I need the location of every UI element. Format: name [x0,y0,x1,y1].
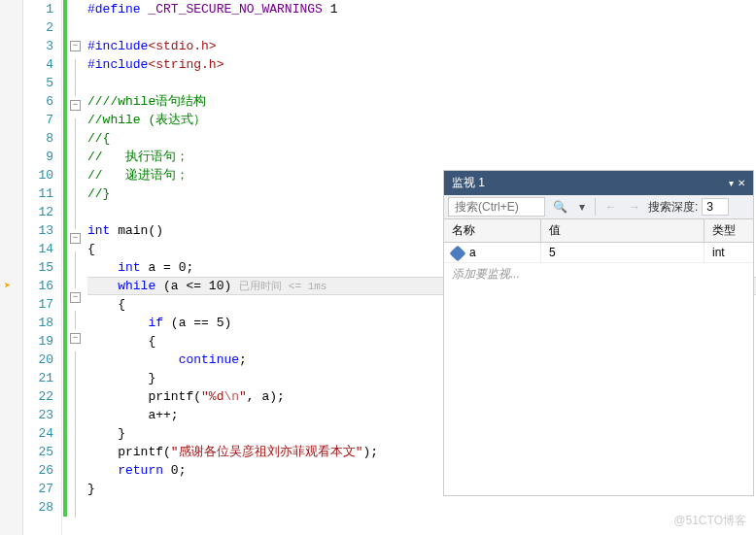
line-number: 13 [23,221,53,240]
column-header-value[interactable]: 值 [541,219,704,242]
modified-indicator [63,387,67,406]
line-number: 15 [23,258,53,277]
modified-indicator [63,166,67,184]
modified-indicator [63,0,67,18]
line-number: 12 [23,203,53,221]
modified-indicator [63,92,67,111]
modified-indicator [63,277,67,295]
watch-var-type: int [704,243,753,262]
watch-row[interactable]: a 5 int [444,243,753,263]
fold-margin: −−−−− [68,0,84,535]
watch-panel-titlebar[interactable]: 监视 1 ▾ ✕ [444,171,753,195]
line-number: 25 [23,443,53,461]
nav-back-icon[interactable]: ← [601,198,621,216]
fold-toggle-icon[interactable]: − [70,333,81,344]
variable-icon [450,245,466,261]
line-number: 20 [23,351,53,369]
fold-toggle-icon[interactable]: − [70,292,81,303]
line-number: 5 [23,74,53,92]
line-number: 10 [23,166,53,184]
line-number-gutter: 1234567891011121314151617181920212223242… [23,0,62,535]
modified-indicator [63,258,67,277]
line-number: 16 [23,277,53,295]
modified-indicator [63,351,67,369]
watermark: @51CTO博客 [673,513,746,529]
watch-body: a 5 int 添加要监视... [444,243,753,495]
fold-toggle-icon[interactable]: − [70,100,81,111]
line-number: 19 [23,332,53,351]
line-number: 8 [23,129,53,148]
modified-indicator [63,424,67,443]
line-number: 9 [23,148,53,166]
nav-forward-icon[interactable]: → [625,198,644,216]
line-number: 27 [23,480,53,498]
toolbar-separator [595,198,596,216]
watch-var-value[interactable]: 5 [541,243,704,262]
code-line[interactable]: //{ [87,129,756,148]
line-number: 28 [23,498,53,517]
code-line[interactable]: ////while语句结构 [87,92,756,111]
breakpoint-margin[interactable]: ➤ [0,0,23,535]
line-number: 3 [23,37,53,55]
line-number: 14 [23,240,53,258]
modified-indicator [63,369,67,387]
modified-indicator [63,148,67,166]
watch-panel-title: 监视 1 [452,175,485,191]
column-header-name[interactable]: 名称 [444,219,541,242]
search-depth-input[interactable] [702,198,729,216]
modified-indicator [63,332,67,351]
modified-indicator [63,498,67,517]
line-number: 18 [23,314,53,332]
modified-indicator [63,74,67,92]
modified-indicator [63,461,67,480]
line-number: 22 [23,387,53,406]
search-dropdown-icon[interactable]: ▾ [575,198,589,216]
line-number: 1 [23,0,53,18]
panel-close-icon[interactable]: ✕ [738,178,745,188]
search-depth-label: 搜索深度: [648,199,698,216]
modified-indicator [63,406,67,424]
search-icon[interactable]: 🔍 [549,198,571,216]
modified-indicator [63,203,67,221]
fold-toggle-icon[interactable]: − [70,41,81,51]
line-number: 4 [23,55,53,74]
modified-indicator [63,480,67,498]
line-number: 23 [23,406,53,424]
code-line[interactable] [87,18,756,37]
modified-indicator [63,295,67,314]
modified-indicator [63,221,67,240]
code-line[interactable]: // 执行语句； [87,148,756,166]
code-line[interactable]: #include<stdio.h> [87,37,756,55]
code-line[interactable]: #define _CRT_SECURE_NO_WARNINGS 1 [87,0,756,18]
modified-indicator [63,55,67,74]
modified-indicator [63,111,67,129]
code-line[interactable] [87,498,756,517]
modified-indicator [63,240,67,258]
line-number: 24 [23,424,53,443]
modified-indicator [63,184,67,203]
line-number: 26 [23,461,53,480]
line-number: 17 [23,295,53,314]
watch-columns-header: 名称 值 类型 [444,219,753,243]
line-number: 2 [23,18,53,37]
fold-toggle-icon[interactable]: − [70,233,81,244]
column-header-type[interactable]: 类型 [704,219,753,242]
modified-indicator [63,37,67,55]
line-number: 7 [23,111,53,129]
modified-indicator [63,443,67,461]
watch-search-input[interactable] [448,197,545,217]
panel-dropdown-icon[interactable]: ▾ [729,178,734,188]
code-line[interactable]: //while (表达式） [87,111,756,129]
watch-var-name[interactable]: a [444,243,541,262]
code-line[interactable]: #include<string.h> [87,55,756,74]
watch-add-placeholder[interactable]: 添加要监视... [444,263,753,285]
modified-indicator [63,314,67,332]
modified-indicator [63,129,67,148]
line-number: 11 [23,184,53,203]
line-number: 6 [23,92,53,111]
watch-panel: 监视 1 ▾ ✕ 🔍 ▾ ← → 搜索深度: 名称 值 类型 a 5 int 添… [443,170,754,496]
watch-toolbar: 🔍 ▾ ← → 搜索深度: [444,195,753,219]
line-number: 21 [23,369,53,387]
code-line[interactable] [87,74,756,92]
current-line-arrow-icon: ➤ [4,279,11,293]
